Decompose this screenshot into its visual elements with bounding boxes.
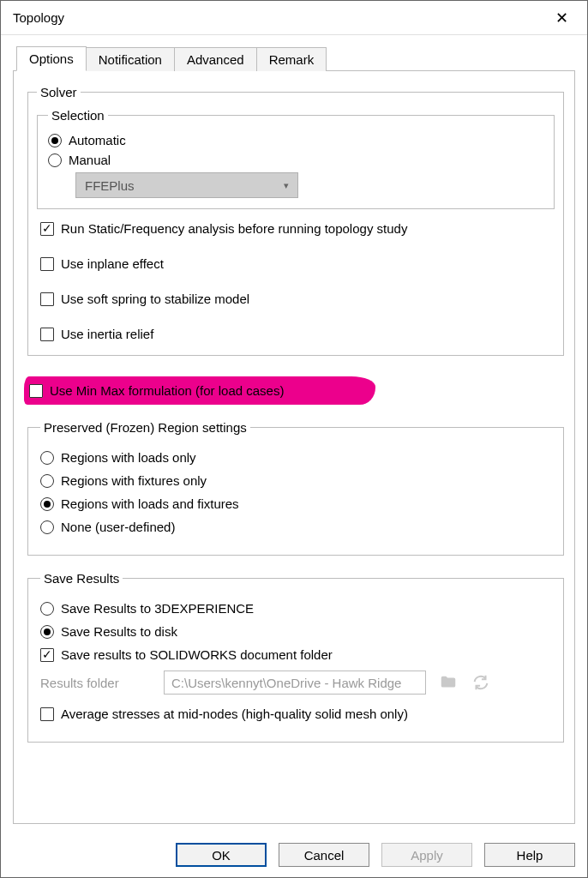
check-avg-stresses[interactable]: [40, 707, 54, 721]
radio-loads-only[interactable]: [40, 451, 54, 465]
radio-fixtures-only-row[interactable]: Regions with fixtures only: [40, 473, 553, 488]
radio-loads-fixtures-row[interactable]: Regions with loads and fixtures: [40, 496, 553, 511]
radio-manual-label: Manual: [69, 153, 111, 167]
preserved-group: Preserved (Frozen) Region settings Regio…: [27, 420, 564, 556]
close-button[interactable]: ✕: [543, 5, 580, 31]
radio-save-disk-row[interactable]: Save Results to disk: [40, 624, 553, 639]
results-folder-input[interactable]: C:\Users\kennyt\OneDrive - Hawk Ridge: [164, 671, 426, 695]
radio-save-disk[interactable]: [40, 625, 54, 639]
content-area: Options Notification Advanced Remark Sol…: [1, 35, 587, 833]
tab-options[interactable]: Options: [16, 46, 87, 71]
check-minmax-label: Use Min Max formulation (for load cases): [50, 383, 284, 398]
apply-button[interactable]: Apply: [381, 843, 472, 867]
check-inertia-row[interactable]: Use inertia relief: [40, 327, 555, 341]
minmax-highlight: Use Min Max formulation (for load cases): [24, 376, 375, 405]
results-folder-value: C:\Users\kennyt\OneDrive - Hawk Ridge: [171, 676, 401, 690]
results-folder-row: Results folder C:\Users\kennyt\OneDrive …: [40, 671, 553, 695]
check-minmax[interactable]: [29, 384, 43, 398]
tab-advanced[interactable]: Advanced: [174, 47, 257, 71]
chevron-down-icon: ▾: [284, 180, 289, 191]
radio-automatic-row[interactable]: Automatic: [48, 133, 543, 147]
check-inplane-label: Use inplane effect: [61, 256, 164, 271]
check-run-static-label: Run Static/Frequency analysis before run…: [61, 221, 407, 236]
check-soft-spring-label: Use soft spring to stabilize model: [61, 292, 249, 306]
cancel-button[interactable]: Cancel: [279, 843, 369, 867]
tab-pane-options: Solver Selection Automatic Manual FFEPlu…: [13, 71, 575, 824]
save-results-legend: Save Results: [40, 571, 123, 586]
radio-none-row[interactable]: None (user-defined): [40, 520, 553, 534]
results-folder-label: Results folder: [40, 676, 152, 690]
solver-dropdown-value: FFEPlus: [85, 178, 135, 193]
radio-none-label: None (user-defined): [61, 520, 175, 534]
radio-manual-row[interactable]: Manual: [48, 153, 543, 167]
check-save-doc-folder-label: Save results to SOLIDWORKS document fold…: [61, 647, 333, 662]
selection-legend: Selection: [48, 108, 108, 123]
titlebar: Topology ✕: [1, 1, 587, 35]
check-save-doc-folder-row[interactable]: Save results to SOLIDWORKS document fold…: [40, 647, 553, 662]
check-avg-stresses-row[interactable]: Average stresses at mid-nodes (high-qual…: [40, 707, 553, 721]
check-save-doc-folder[interactable]: [40, 648, 54, 662]
ok-button[interactable]: OK: [176, 843, 267, 867]
check-soft-spring-row[interactable]: Use soft spring to stabilize model: [40, 292, 555, 306]
radio-fixtures-only-label: Regions with fixtures only: [61, 473, 207, 488]
radio-loads-fixtures-label: Regions with loads and fixtures: [61, 496, 239, 511]
radio-save-3dx-label: Save Results to 3DEXPERIENCE: [61, 601, 254, 616]
radio-automatic-label: Automatic: [69, 133, 126, 147]
radio-none[interactable]: [40, 520, 54, 534]
check-inplane[interactable]: [40, 257, 54, 271]
radio-automatic[interactable]: [48, 134, 62, 147]
radio-loads-only-row[interactable]: Regions with loads only: [40, 450, 553, 465]
solver-dropdown[interactable]: FFEPlus ▾: [75, 172, 298, 198]
solver-group: Solver Selection Automatic Manual FFEPlu…: [27, 85, 564, 356]
radio-fixtures-only[interactable]: [40, 474, 54, 488]
tab-strip: Options Notification Advanced Remark: [13, 45, 575, 71]
dialog-buttons: OK Cancel Apply Help: [1, 833, 587, 877]
check-avg-stresses-label: Average stresses at mid-nodes (high-qual…: [61, 707, 408, 721]
check-inertia-label: Use inertia relief: [61, 327, 153, 341]
tab-notification[interactable]: Notification: [86, 47, 175, 71]
selection-group: Selection Automatic Manual FFEPlus ▾: [37, 108, 555, 209]
radio-save-3dx[interactable]: [40, 602, 54, 616]
radio-loads-only-label: Regions with loads only: [61, 450, 196, 465]
dialog-window: Topology ✕ Options Notification Advanced…: [0, 0, 588, 878]
radio-save-disk-label: Save Results to disk: [61, 624, 177, 639]
window-title: Topology: [13, 10, 543, 25]
check-run-static-row[interactable]: Run Static/Frequency analysis before run…: [40, 221, 555, 236]
tab-remark[interactable]: Remark: [256, 47, 327, 71]
check-inertia[interactable]: [40, 328, 54, 341]
refresh-icon[interactable]: [471, 673, 491, 692]
radio-manual[interactable]: [48, 153, 62, 167]
solver-legend: Solver: [37, 85, 81, 99]
check-inplane-row[interactable]: Use inplane effect: [40, 256, 555, 271]
radio-save-3dx-row[interactable]: Save Results to 3DEXPERIENCE: [40, 601, 553, 616]
browse-folder-icon[interactable]: [438, 673, 459, 692]
radio-loads-fixtures[interactable]: [40, 497, 54, 511]
check-soft-spring[interactable]: [40, 292, 54, 306]
help-button[interactable]: Help: [484, 843, 575, 867]
save-results-group: Save Results Save Results to 3DEXPERIENC…: [27, 571, 564, 743]
check-run-static[interactable]: [40, 222, 54, 236]
solver-checks: Run Static/Frequency analysis before run…: [37, 216, 555, 346]
preserved-legend: Preserved (Frozen) Region settings: [40, 420, 250, 435]
